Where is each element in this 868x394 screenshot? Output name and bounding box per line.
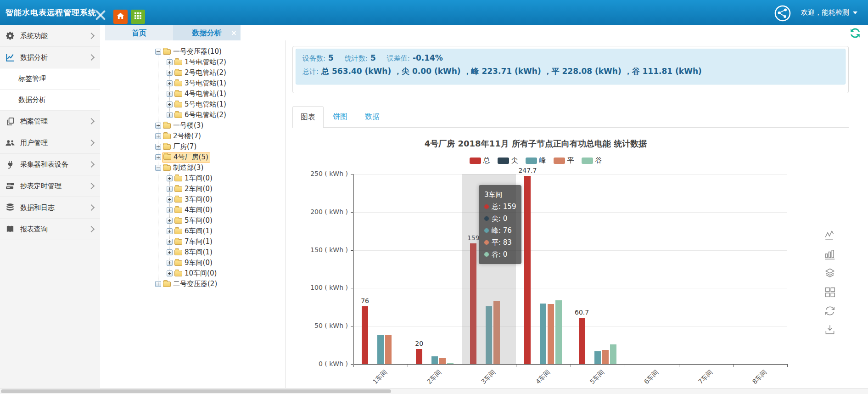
close-icon[interactable] bbox=[95, 9, 106, 21]
bar-峰-1车间[interactable] bbox=[377, 335, 384, 364]
tree-node-label[interactable]: 5号电管站(1) bbox=[185, 100, 226, 109]
tree-node-label[interactable]: 制造部(3) bbox=[173, 163, 203, 172]
expand-icon[interactable] bbox=[167, 175, 173, 181]
tree-node-label[interactable]: 4车间(0) bbox=[185, 206, 213, 214]
tree-node-label[interactable]: 8车间(1) bbox=[185, 248, 213, 257]
tree-node[interactable]: 1车间(0) bbox=[100, 173, 285, 184]
collapse-icon[interactable] bbox=[155, 165, 161, 171]
tree-node-label[interactable]: 6号电管站(2) bbox=[185, 111, 226, 119]
bar-总-5车间[interactable] bbox=[579, 318, 585, 364]
tree-node[interactable]: 制造部(3) bbox=[100, 163, 285, 173]
tree-node-label[interactable]: 1车间(0) bbox=[185, 174, 213, 183]
tree-node[interactable]: 6车间(1) bbox=[100, 226, 285, 236]
bar-谷-2车间[interactable] bbox=[447, 363, 454, 364]
expand-icon[interactable] bbox=[167, 70, 173, 76]
expand-icon[interactable] bbox=[167, 101, 173, 107]
tree-node[interactable]: 5车间(0) bbox=[100, 215, 285, 226]
sidebar-item-data-logs[interactable]: 数据和日志 bbox=[0, 197, 100, 219]
sidebar-item-system[interactable]: 系统功能 bbox=[0, 25, 100, 47]
expand-icon[interactable] bbox=[167, 91, 173, 97]
tiled-icon[interactable] bbox=[824, 286, 836, 298]
tree-node-label[interactable]: 10车间(0) bbox=[185, 269, 217, 278]
bar-峰-5车间[interactable] bbox=[594, 351, 601, 364]
tree-node[interactable]: 3号电管站(1) bbox=[100, 78, 285, 89]
tree-node-selected[interactable]: 4号厂房(5) bbox=[162, 152, 210, 163]
expand-icon[interactable] bbox=[155, 281, 161, 287]
expand-icon[interactable] bbox=[167, 239, 173, 245]
expand-icon[interactable] bbox=[155, 133, 161, 139]
tree-node-label[interactable]: 3车间(0) bbox=[185, 195, 213, 204]
tree-node-label[interactable]: 3号电管站(1) bbox=[185, 79, 226, 88]
tree-node[interactable]: 1号电管站(2) bbox=[100, 57, 285, 68]
restore-icon[interactable] bbox=[824, 305, 836, 317]
bar-总-2车间[interactable] bbox=[416, 349, 422, 364]
sidebar-item-archives[interactable]: 档案管理 bbox=[0, 111, 100, 132]
expand-icon[interactable] bbox=[167, 218, 173, 224]
tree-node[interactable]: 2号楼(7) bbox=[100, 131, 285, 141]
tree-node[interactable]: 一号变压器(10) bbox=[100, 46, 285, 57]
tree-node-label[interactable]: 7车间(1) bbox=[185, 237, 213, 246]
sidebar-item-data-analysis[interactable]: 数据分析 bbox=[0, 47, 100, 68]
expand-icon[interactable] bbox=[155, 144, 161, 150]
expand-icon[interactable] bbox=[167, 80, 173, 86]
tree-node-label[interactable]: 二号变压器(2) bbox=[173, 280, 217, 288]
tree-node-label[interactable]: 4号电管站(1) bbox=[185, 90, 226, 98]
content-tab-pie[interactable]: 饼图 bbox=[327, 106, 353, 127]
legend-item-峰[interactable]: 峰 bbox=[526, 156, 546, 165]
tree-node[interactable]: 5号电管站(1) bbox=[100, 99, 285, 110]
tree-node-label[interactable]: 2车间(0) bbox=[185, 185, 213, 193]
bar-峰-4车间[interactable] bbox=[540, 304, 546, 364]
tree-node[interactable]: 4车间(0) bbox=[100, 205, 285, 215]
tree-node[interactable]: 8车间(1) bbox=[100, 247, 285, 258]
tree-node[interactable]: 一号楼(3) bbox=[100, 120, 285, 131]
expand-icon[interactable] bbox=[167, 260, 173, 266]
tree-node[interactable]: 4号厂房(5) bbox=[100, 152, 285, 163]
collapse-icon[interactable] bbox=[155, 49, 161, 55]
expand-icon[interactable] bbox=[167, 186, 173, 192]
sidebar-item-users[interactable]: 用户管理 bbox=[0, 132, 100, 154]
tree-node[interactable]: 9车间(0) bbox=[100, 258, 285, 268]
expand-icon[interactable] bbox=[167, 59, 173, 65]
legend-item-平[interactable]: 平 bbox=[554, 156, 574, 165]
stack-icon[interactable] bbox=[824, 267, 836, 279]
expand-icon[interactable] bbox=[167, 228, 173, 234]
bar-平-1车间[interactable] bbox=[385, 335, 392, 364]
page-tab-data-analysis[interactable]: 数据分析 bbox=[173, 25, 241, 40]
bar-平-5车间[interactable] bbox=[602, 350, 609, 364]
apps-grid-button[interactable] bbox=[131, 10, 145, 24]
home-button[interactable] bbox=[113, 10, 128, 24]
tree-node[interactable]: 2车间(0) bbox=[100, 184, 285, 194]
bar-总-4车间[interactable] bbox=[524, 176, 531, 364]
bar-峰-2车间[interactable] bbox=[431, 356, 438, 364]
tree-node-label[interactable]: 1号电管站(2) bbox=[185, 58, 226, 67]
tree-node-label[interactable]: 一号楼(3) bbox=[173, 121, 203, 130]
tree-node-label[interactable]: 2号楼(7) bbox=[173, 132, 201, 141]
content-tab-data[interactable]: 数据 bbox=[359, 106, 386, 127]
download-icon[interactable] bbox=[824, 324, 836, 336]
expand-icon[interactable] bbox=[167, 249, 173, 255]
refresh-icon[interactable] bbox=[849, 27, 861, 39]
tree-node[interactable]: 7车间(1) bbox=[100, 236, 285, 247]
tree-node[interactable]: 4号电管站(1) bbox=[100, 89, 285, 99]
tree-node-label[interactable]: 6车间(1) bbox=[185, 227, 213, 236]
bar-谷-5车间[interactable] bbox=[610, 344, 616, 364]
tree-node[interactable]: 10车间(0) bbox=[100, 268, 285, 279]
expand-icon[interactable] bbox=[167, 112, 173, 118]
legend-item-谷[interactable]: 谷 bbox=[582, 156, 602, 165]
tree-node-label[interactable]: 一号变压器(10) bbox=[173, 47, 222, 56]
legend-item-尖[interactable]: 尖 bbox=[498, 156, 518, 165]
tree-node-label[interactable]: 9车间(0) bbox=[185, 259, 213, 267]
bar-平-4车间[interactable] bbox=[548, 304, 554, 364]
tree-node-label[interactable]: 厂房(7) bbox=[173, 142, 196, 151]
tree-node-label[interactable]: 4号厂房(5) bbox=[174, 153, 208, 162]
tree-node-label[interactable]: 2号电管站(2) bbox=[185, 68, 226, 77]
bar-chart-icon[interactable] bbox=[824, 248, 836, 260]
tree-node[interactable]: 2号电管站(2) bbox=[100, 68, 285, 78]
expand-icon[interactable] bbox=[167, 270, 173, 276]
user-menu[interactable]: 欢迎，能耗检测 bbox=[801, 0, 857, 25]
scrollbar-thumb[interactable] bbox=[1, 389, 391, 393]
legend-item-总[interactable]: 总 bbox=[470, 156, 490, 165]
sidebar-item-collectors[interactable]: 采集器和表设备 bbox=[0, 154, 100, 175]
expand-icon[interactable] bbox=[155, 154, 161, 160]
bar-平-2车间[interactable] bbox=[439, 358, 446, 364]
